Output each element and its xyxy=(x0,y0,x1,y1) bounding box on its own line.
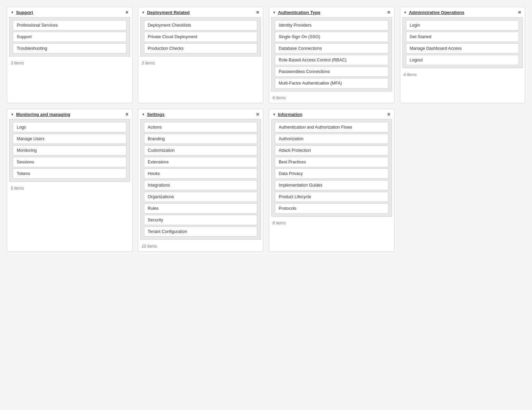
close-icon-deployment[interactable]: ✕ xyxy=(256,10,260,15)
chevron-icon-authentication: ▼ xyxy=(272,11,276,14)
list-item[interactable]: Tenant Configuration xyxy=(144,226,257,237)
card-deployment-header-left: ▼ Deployment Related xyxy=(142,10,190,15)
card-settings-footer: 10 items xyxy=(138,242,263,251)
list-item[interactable]: Hooks xyxy=(144,169,257,179)
list-item[interactable]: Integrations xyxy=(144,180,257,190)
list-item[interactable]: Troubleshooting xyxy=(13,43,126,54)
card-administrative-title: Administrative Operations xyxy=(409,10,464,15)
card-administrative-footer: 4 items xyxy=(400,70,525,80)
list-item[interactable]: Identity Providers xyxy=(275,20,388,30)
card-monitoring-footer: 5 items xyxy=(7,184,132,193)
card-support-header: ▼ Support ✕ xyxy=(7,7,132,17)
card-settings: ▼ Settings ✕ Actions Branding Customizat… xyxy=(138,109,264,252)
list-item[interactable]: Authentication and Authorization Flows xyxy=(275,122,388,132)
card-administrative-body: Login Get Started Manage Dashboard Acces… xyxy=(402,17,523,68)
list-item[interactable]: Organizations xyxy=(144,192,257,202)
card-settings-title: Settings xyxy=(147,112,164,117)
list-item[interactable]: Support xyxy=(13,32,126,42)
list-item[interactable]: Database Connections xyxy=(275,43,388,54)
list-item[interactable]: Multi-Factor Authentication (MFA) xyxy=(275,78,388,88)
list-item[interactable]: Tokens xyxy=(13,169,126,179)
card-deployment-body: Deployment Checklists Private Cloud Depl… xyxy=(140,17,261,57)
list-item[interactable]: Get Started xyxy=(406,32,519,42)
card-authentication-body: Identity Providers Single Sign On (SSO) … xyxy=(271,17,392,91)
list-item[interactable]: Monitoring xyxy=(13,145,126,156)
list-item[interactable]: Sessions xyxy=(13,157,126,167)
close-icon-monitoring[interactable]: ✕ xyxy=(125,112,129,117)
card-information-title: Information xyxy=(278,112,303,117)
card-administrative: ▼ Administrative Operations ✕ Login Get … xyxy=(400,7,526,103)
card-information-header-left: ▼ Information xyxy=(272,112,302,117)
card-authentication: ▼ Authentication Type ✕ Identity Provide… xyxy=(269,7,394,103)
card-monitoring-header-left: ▼ Monitoring and managing xyxy=(11,112,70,117)
card-information: ▼ Information ✕ Authentication and Autho… xyxy=(269,109,394,252)
card-information-header: ▼ Information ✕ xyxy=(269,109,394,119)
card-information-body: Authentication and Authorization Flows A… xyxy=(271,119,392,217)
list-item[interactable]: Logs xyxy=(13,122,126,132)
list-item[interactable]: Private Cloud Deployment xyxy=(144,32,257,42)
list-item[interactable]: Product Lifecycle xyxy=(275,192,388,202)
list-item[interactable]: Branding xyxy=(144,134,257,144)
chevron-icon-information: ▼ xyxy=(272,113,276,116)
card-support-header-left: ▼ Support xyxy=(11,10,33,15)
list-item[interactable]: Customization xyxy=(144,145,257,156)
list-item[interactable]: Rules xyxy=(144,203,257,214)
list-item[interactable]: Passwordless Connections xyxy=(275,67,388,77)
card-authentication-header-left: ▼ Authentication Type xyxy=(272,10,320,15)
card-deployment-header: ▼ Deployment Related ✕ xyxy=(138,7,263,17)
list-item[interactable]: Role-Based Access Control (RBAC) xyxy=(275,55,388,65)
close-icon-information[interactable]: ✕ xyxy=(387,112,391,117)
list-item[interactable]: Logout xyxy=(406,55,519,65)
card-administrative-header-left: ▼ Administrative Operations xyxy=(404,10,464,15)
close-icon-authentication[interactable]: ✕ xyxy=(387,10,391,15)
list-item[interactable]: Professional Services xyxy=(13,20,126,30)
list-item[interactable]: Authorization xyxy=(275,134,388,144)
card-support-title: Support xyxy=(16,10,33,15)
close-icon-administrative[interactable]: ✕ xyxy=(518,10,521,15)
card-settings-header-left: ▼ Settings xyxy=(142,112,165,117)
card-information-footer: 8 items xyxy=(269,219,394,228)
chevron-icon-administrative: ▼ xyxy=(404,11,407,14)
card-authentication-title: Authentication Type xyxy=(278,10,320,15)
card-deployment-title: Deployment Related xyxy=(147,10,190,15)
card-support-body: Professional Services Support Troublesho… xyxy=(9,17,130,57)
card-deployment-footer: 3 items xyxy=(138,59,263,68)
list-item[interactable]: Implementation Guides xyxy=(275,180,388,190)
list-item[interactable]: Single Sign On (SSO) xyxy=(275,32,388,42)
card-deployment: ▼ Deployment Related ✕ Deployment Checkl… xyxy=(138,7,264,103)
card-support-footer: 3 items xyxy=(7,59,132,68)
card-monitoring: ▼ Monitoring and managing ✕ Logs Manage … xyxy=(7,109,132,252)
list-item[interactable]: Extensions xyxy=(144,157,257,167)
list-item[interactable]: Best Practices xyxy=(275,157,388,167)
list-item[interactable]: Actions xyxy=(144,122,257,132)
card-administrative-header: ▼ Administrative Operations ✕ xyxy=(400,7,525,17)
list-item[interactable]: Manage Users xyxy=(13,134,126,144)
chevron-icon-deployment: ▼ xyxy=(142,11,145,14)
chevron-icon-monitoring: ▼ xyxy=(11,113,14,116)
list-item[interactable]: Login xyxy=(406,20,519,30)
card-support: ▼ Support ✕ Professional Services Suppor… xyxy=(7,7,132,103)
list-item[interactable]: Manage Dashboard Access xyxy=(406,43,519,54)
card-monitoring-title: Monitoring and managing xyxy=(16,112,70,117)
card-settings-body: Actions Branding Customization Extension… xyxy=(140,119,261,240)
list-item[interactable]: Attack Protection xyxy=(275,145,388,156)
card-authentication-header: ▼ Authentication Type ✕ xyxy=(269,7,394,17)
list-item[interactable]: Deployment Checklists xyxy=(144,20,257,30)
chevron-icon-support: ▼ xyxy=(11,11,14,14)
card-monitoring-body: Logs Manage Users Monitoring Sessions To… xyxy=(9,119,130,182)
list-item[interactable]: Protocols xyxy=(275,203,388,214)
main-grid: ▼ Support ✕ Professional Services Suppor… xyxy=(7,7,525,252)
close-icon-settings[interactable]: ✕ xyxy=(256,112,260,117)
list-item[interactable]: Security xyxy=(144,215,257,225)
card-authentication-footer: 6 items xyxy=(269,93,394,103)
close-icon-support[interactable]: ✕ xyxy=(125,10,129,15)
card-settings-header: ▼ Settings ✕ xyxy=(138,109,263,119)
list-item[interactable]: Production Checks xyxy=(144,43,257,54)
chevron-icon-settings: ▼ xyxy=(142,113,145,116)
card-monitoring-header: ▼ Monitoring and managing ✕ xyxy=(7,109,132,119)
list-item[interactable]: Data Privacy xyxy=(275,169,388,179)
